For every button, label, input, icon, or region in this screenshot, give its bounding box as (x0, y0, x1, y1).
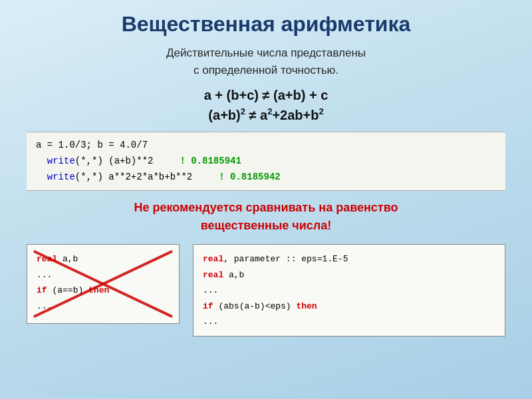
code-section: a = 1.0/3; b = 4.0/7 write (*,*) (a+b)**… (27, 132, 505, 191)
slide-subtitle: Действительные числа представлены с опре… (27, 45, 505, 78)
code-boxes-container: real a,b ... if (a==b) then ... real, pa… (27, 244, 505, 336)
box-left-line2: ... (37, 267, 170, 283)
code-line-2: write (*,*) (a+b)**2 ! 0.8185941 (36, 154, 496, 170)
box-right-line2: real a,b (203, 267, 495, 283)
slide-title: Вещественная арифметика (27, 12, 505, 37)
slide: Вещественная арифметика Действительные ч… (0, 0, 532, 399)
box-right-line3: ... (203, 283, 495, 298)
warning-text: Не рекомендуется сравнивать на равенство… (27, 199, 505, 235)
math-line-2: (a+b)2 ≠ a2+2ab+b2 (27, 105, 505, 125)
math-line-1: a + (b+c) ≠ (a+b) + c (27, 85, 505, 105)
box-left-line3: if (a==b) then (37, 283, 170, 298)
box-right-line5: ... (203, 314, 495, 329)
code-box-left: real a,b ... if (a==b) then ... (27, 244, 180, 324)
code-line-3: write (*,*) a**2+2*a*b+b**2 ! 0.8185942 (36, 170, 496, 186)
box-left-line1: real a,b (37, 251, 170, 267)
box-left-line4: ... (37, 299, 170, 314)
box-right-line4: if (abs(a-b)<eps) then (203, 299, 495, 314)
box-right-line1: real, parameter :: eps=1.E-5 (203, 251, 495, 267)
code-line-1: a = 1.0/3; b = 4.0/7 (36, 138, 496, 154)
math-block: a + (b+c) ≠ (a+b) + c (a+b)2 ≠ a2+2ab+b2 (27, 85, 505, 125)
code-box-right: real, parameter :: eps=1.E-5 real a,b ..… (193, 244, 505, 336)
